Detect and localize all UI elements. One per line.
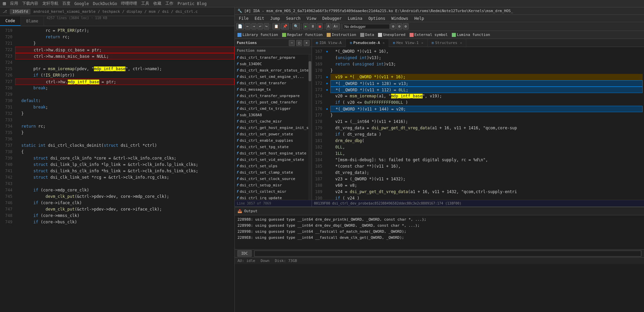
idc-button[interactable]: IDC <box>237 250 252 257</box>
function-list-item[interactable]: fdsi_ctrl_set_ulps <box>235 163 308 169</box>
line-number: 728 <box>0 85 12 91</box>
tool-cfg3[interactable]: ⚙ <box>403 23 409 30</box>
link-tools[interactable]: 工具 <box>141 1 149 6</box>
link-blog[interactable]: Prantic Blog <box>177 1 207 6</box>
tool-cfg2[interactable]: ⚙ <box>396 23 402 30</box>
function-list-item[interactable]: fdsi_ctrl_post_cmd_transfer <box>235 99 308 105</box>
line-number: 742 <box>0 174 12 181</box>
ida-content: Functions − □ × Function name fdsi_ctrl_… <box>235 39 644 312</box>
menu-view[interactable]: View <box>304 15 319 21</box>
tool-fwd2[interactable]: ↪ <box>264 23 269 30</box>
tool-pause[interactable]: ⏸ <box>309 23 316 30</box>
function-list-item[interactable]: fdsi_ctrl_set_host_engine_state <box>235 150 308 157</box>
legend-library: Library function <box>237 33 278 37</box>
menu-windows[interactable]: Windows <box>389 15 411 21</box>
ida-dot: ● <box>324 80 330 87</box>
link-favorites[interactable]: 收藏 <box>153 1 161 6</box>
tool-forward[interactable]: → <box>251 23 257 30</box>
link-apps[interactable]: 应用 <box>10 1 18 6</box>
ida-dot <box>324 163 330 170</box>
line-number: 736 <box>0 136 12 142</box>
debugger-dropdown[interactable] <box>343 24 390 29</box>
breakpoint-dot: ● <box>326 87 328 93</box>
function-list-item[interactable]: fdsi_ctrl_collect_misr <box>235 188 308 195</box>
link-download[interactable]: 下载内容 <box>22 1 38 6</box>
function-list-item[interactable]: fdsi_ctrl_transfer_prepare <box>235 54 308 61</box>
func-name: dsi_ctrl_setup_misr <box>240 183 282 187</box>
function-list-item[interactable]: fdsi_ctrl_setup_misr <box>235 182 308 188</box>
code-line: if (core->mdp_core_clk) <box>15 187 234 193</box>
tab-blame[interactable]: Blame <box>21 16 44 26</box>
tool-search[interactable]: 🔍 <box>292 23 300 30</box>
function-list-item[interactable]: fdsi_ctrl_set_tpg_state <box>235 144 308 150</box>
menu-lumina[interactable]: Lumina <box>345 15 365 21</box>
hex-view-close[interactable]: ✕ <box>421 41 423 45</box>
functions-scrollbar-thumb[interactable] <box>309 61 311 81</box>
grid-icon[interactable]: ⊞ <box>3 0 6 7</box>
function-list-item[interactable]: fsub_134D0C <box>235 61 308 67</box>
menu-search[interactable]: Search <box>283 15 303 21</box>
legend-instruction-box <box>327 33 331 37</box>
tool-stop[interactable]: ■ <box>317 23 323 30</box>
function-list-item[interactable]: fdsi_ctrl_set_vid_engine_state <box>235 157 308 163</box>
tab-ida-view-a[interactable]: ⊞ IDA View-A <box>312 39 346 47</box>
menu-debugger[interactable]: Debugger <box>320 15 344 21</box>
line-number: 747 <box>0 206 12 213</box>
tab-hex-view-1[interactable]: ⊞ Hex View-1 ✕ <box>389 39 428 47</box>
link-google[interactable]: Google <box>74 1 89 6</box>
tab-code[interactable]: Code <box>0 16 21 26</box>
link-baidu[interactable]: 百度 <box>62 1 70 6</box>
tool-back[interactable]: ← <box>245 23 251 30</box>
ida-dot <box>324 93 330 99</box>
menu-file[interactable]: File <box>236 15 251 21</box>
function-list-item[interactable]: fdsi_ctrl_cache_misr <box>235 118 308 125</box>
function-list-item[interactable]: fdsi_ctrl_end_transfer <box>235 80 308 86</box>
menu-help[interactable]: Help <box>412 15 427 21</box>
func-icon: f <box>236 113 238 117</box>
tool-run[interactable]: ▶ <box>303 23 309 30</box>
structures-close[interactable]: ✕ <box>460 41 462 45</box>
tool-back2[interactable]: ↩ <box>257 23 263 30</box>
menu-options[interactable]: Options <box>366 15 388 21</box>
function-list-item[interactable]: fdsi_ctrl_transfer_unprepare <box>235 93 308 99</box>
function-list-item[interactable]: fdsi_message_tx <box>235 86 308 93</box>
toolbar-sep-5 <box>341 24 341 30</box>
functions-restore[interactable]: □ <box>296 40 302 46</box>
menu-jump[interactable]: Jump <box>268 15 283 21</box>
pseudocode-close[interactable]: ✕ <box>383 41 385 45</box>
function-list-item[interactable]: fdsi_ctrl_cmd_tx_trigger <box>235 105 308 112</box>
link-duckduckgo[interactable]: DuckDuckGo <box>93 1 117 6</box>
tool-copy[interactable]: 📋 <box>272 23 280 30</box>
function-list-item[interactable]: fdsi_ctrl_irq_update <box>235 195 308 200</box>
legend-data-box <box>360 33 364 37</box>
function-list-item[interactable]: fdsi_ctrl_set_power_state <box>235 131 308 137</box>
link-dragon[interactable]: 龙轩导航 <box>42 1 58 6</box>
tab-structures[interactable]: ⊞ Structures ✕ <box>428 39 466 47</box>
function-list-item[interactable]: fsub_1368A8 <box>235 112 308 118</box>
link-work[interactable]: 工作 <box>165 1 173 6</box>
idc-input[interactable] <box>254 251 641 257</box>
function-list-item[interactable]: fdsi_ctrl_set_clamp_state <box>235 169 308 176</box>
func-name: dsi_ctrl_set_ulps <box>240 164 278 168</box>
ida-panels-top: Functions − □ × Function name fdsi_ctrl_… <box>235 39 644 207</box>
functions-scrollbar[interactable] <box>308 54 312 200</box>
function-list-item[interactable]: fdsi_ctrl_set_cmd_engine_st... <box>235 74 308 80</box>
tool-font-up[interactable]: A↑ <box>332 23 339 30</box>
function-list-item[interactable]: fdsi_ctrl_mask_error_status_inter <box>235 67 308 74</box>
func-icon: f <box>236 100 238 104</box>
functions-minimize[interactable]: − <box>289 40 295 46</box>
link-bilibili[interactable]: 哔哩哔哩 <box>121 1 137 6</box>
tool-font[interactable]: A <box>326 23 331 30</box>
tool-new[interactable]: 📄 <box>236 23 244 30</box>
tab-pseudocode-a[interactable]: ⊞ Pseudocode-A ✕ <box>346 39 389 47</box>
git-icon: ⎇ <box>3 9 7 14</box>
tool-paste[interactable]: 📌 <box>281 23 289 30</box>
function-list-item[interactable]: fdsi_ctrl_set_clock_source <box>235 176 308 182</box>
function-list-item[interactable]: fdsi_ctrl_get_host_engine_init_st <box>235 125 308 131</box>
menu-edit[interactable]: Edit <box>252 15 267 21</box>
functions-title-bar: Functions − □ × <box>235 39 312 47</box>
functions-close[interactable]: × <box>304 40 310 46</box>
function-list-item[interactable]: fdsi_ctrl_enable_supplies <box>235 137 308 144</box>
git-branch[interactable]: 195d5fd <box>10 9 31 14</box>
tool-cfg1[interactable]: ⚙ <box>390 23 396 30</box>
